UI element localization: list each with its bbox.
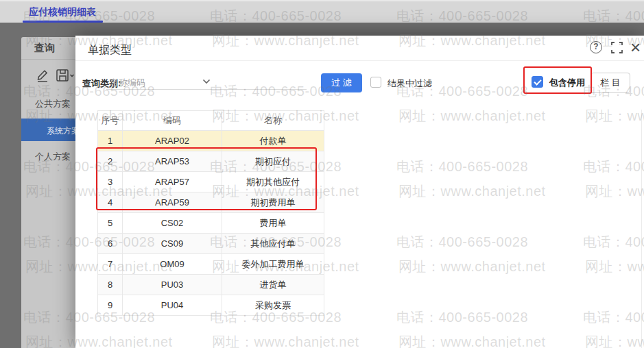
sidebar-group-personal-schemes[interactable]: 个人方案	[35, 151, 71, 163]
include-disabled-checkbox[interactable]	[532, 76, 543, 88]
table-cell-name: 期初费用单	[222, 192, 324, 213]
filter-button[interactable]: 过 滤	[321, 73, 362, 92]
table-cell-code: PU03	[123, 275, 222, 295]
include-disabled-label: 包含停用	[549, 77, 585, 89]
table-row[interactable]: 2ARAP53期初应付	[98, 151, 324, 172]
table-cell-no: 5	[98, 213, 123, 234]
table-cell-no: 1	[98, 131, 123, 151]
content-right-divider	[641, 110, 642, 348]
sidebar-header: 查询	[21, 37, 75, 60]
query-scheme-sidebar: 查询 公共方案 系统方案 个人方案	[21, 37, 75, 348]
table-cell-name: 进货单	[222, 275, 324, 295]
document-type-table: 序号编码名称1ARAP02付款单2ARAP53期初应付3ARAP57期初其他应付…	[97, 110, 324, 316]
tab-close-icon[interactable]: ×	[87, 5, 93, 17]
table-header-row: 序号编码名称	[98, 111, 324, 131]
table-row[interactable]: 5CS02费用单	[98, 213, 324, 234]
table-cell-code: PU04	[123, 295, 222, 316]
sidebar-item-system-scheme[interactable]: 系统方案	[21, 119, 75, 141]
table-row[interactable]: 9PU04采购发票	[98, 295, 324, 316]
table-cell-code: ARAP53	[123, 151, 222, 172]
table-row[interactable]: 7OM09委外加工费用单	[98, 254, 324, 275]
table-cell-name: 费用单	[222, 213, 324, 234]
table-cell-name: 付款单	[222, 131, 324, 151]
floppy-save-icon[interactable]	[56, 69, 74, 84]
table-cell-name: 期初其他应付	[222, 172, 324, 192]
table-cell-no: 8	[98, 275, 123, 295]
table-cell-no: 4	[98, 192, 123, 213]
table-cell-no: 2	[98, 151, 123, 172]
table-row[interactable]: 3ARAP57期初其他应付	[98, 172, 324, 192]
document-type-modal: 单据类型 ? × 查询类别: 名称编码 过 滤 结果中过滤 包含停用 栏 目 序…	[75, 36, 644, 348]
table-cell-name: 采购发票	[222, 295, 324, 316]
sidebar-toolbar	[21, 67, 75, 85]
tab-bar: 应付核销明细表 ×	[0, 0, 644, 23]
query-category-value: 名称编码	[110, 77, 145, 89]
tab-accounts-payable-writeoff[interactable]: 应付核销明细表	[29, 6, 96, 18]
columns-button[interactable]: 栏 目	[591, 73, 630, 93]
table-cell-code: OM09	[123, 254, 222, 275]
sidebar-group-public-schemes[interactable]: 公共方案	[35, 98, 71, 110]
table-cell-no: 3	[98, 172, 123, 192]
table-cell-code: ARAP57	[123, 172, 222, 192]
table-cell-no: 6	[98, 234, 123, 254]
result-filter-label: 结果中过滤	[387, 77, 432, 90]
modal-title-divider	[75, 60, 644, 61]
sidebar-title: 查询	[34, 42, 55, 55]
table-row[interactable]: 1ARAP02付款单	[98, 131, 324, 151]
modal-close-icon[interactable]: ×	[630, 36, 641, 59]
query-category-select[interactable]: 名称编码	[106, 73, 307, 90]
table-cell-code: CS02	[123, 213, 222, 234]
table-row[interactable]: 6CS09其他应付单	[98, 234, 324, 254]
table-cell-name: 委外加工费用单	[222, 254, 324, 275]
table-header-cell: 编码	[123, 111, 222, 131]
chevron-down-icon	[202, 79, 211, 84]
table-cell-code: CS09	[123, 234, 222, 254]
table-header-cell: 序号	[98, 111, 123, 131]
table-cell-name: 期初应付	[222, 151, 324, 172]
table-cell-code: ARAP59	[123, 192, 222, 213]
sidebar-item-label: 系统方案	[47, 125, 75, 137]
table-cell-no: 7	[98, 254, 123, 275]
table-cell-no: 9	[98, 295, 123, 316]
result-filter-checkbox[interactable]	[370, 77, 381, 88]
table-header-cell: 名称	[222, 111, 324, 131]
table-row[interactable]: 4ARAP59期初费用单	[98, 192, 324, 213]
pencil-edit-icon[interactable]	[36, 69, 49, 84]
table-cell-name: 其他应付单	[222, 234, 324, 254]
help-icon[interactable]: ?	[590, 41, 602, 53]
table-cell-code: ARAP02	[123, 131, 222, 151]
table-row[interactable]: 8PU03进货单	[98, 275, 324, 295]
fullscreen-icon[interactable]	[611, 42, 623, 53]
modal-title: 单据类型	[88, 43, 132, 58]
